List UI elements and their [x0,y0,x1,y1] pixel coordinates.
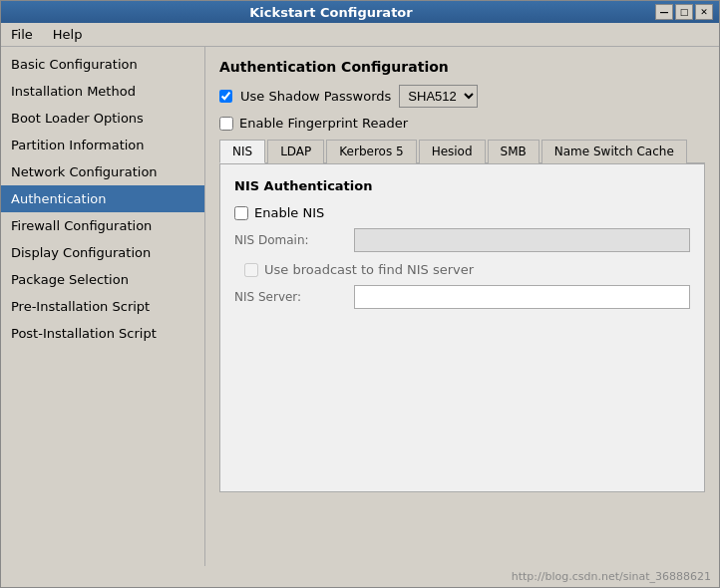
content-area: Authentication Configuration Use Shadow … [205,47,719,566]
sidebar-item-network-configuration[interactable]: Network Configuration [1,158,204,185]
tab-nis[interactable]: NIS [219,140,265,163]
nis-tab-content: NIS Authentication Enable NIS NIS Domain… [219,163,705,492]
sidebar-item-installation-method[interactable]: Installation Method [1,78,204,105]
use-broadcast-row: Use broadcast to find NIS server [244,262,690,277]
use-broadcast-label: Use broadcast to find NIS server [264,262,474,277]
menubar: File Help [1,23,719,47]
minimize-button[interactable]: — [655,4,673,20]
sidebar-item-partition-information[interactable]: Partition Information [1,132,204,158]
main-window: Kickstart Configurator — □ ✕ File Help B… [0,0,720,588]
sidebar-item-basic-configuration[interactable]: Basic Configuration [1,51,204,78]
enable-nis-label: Enable NIS [254,205,324,220]
fingerprint-row: Enable Fingerprint Reader [219,116,705,131]
nis-domain-input[interactable] [354,228,690,252]
fingerprint-label: Enable Fingerprint Reader [239,116,408,131]
sidebar-item-firewall-configuration[interactable]: Firewall Configuration [1,212,204,239]
nis-section-title: NIS Authentication [234,178,690,193]
fingerprint-checkbox[interactable] [219,117,233,131]
close-button[interactable]: ✕ [695,4,713,20]
nis-domain-label: NIS Domain: [234,233,354,247]
nis-server-row: NIS Server: [234,285,690,309]
section-title: Authentication Configuration [219,59,705,75]
shadow-passwords-label: Use Shadow Passwords [240,89,391,104]
nis-domain-row: NIS Domain: [234,228,690,252]
sidebar: Basic Configuration Installation Method … [1,47,205,566]
sha-select[interactable]: SHA512 SHA256 MD5 [399,85,478,108]
enable-nis-checkbox[interactable] [234,206,248,220]
sidebar-item-pre-installation-script[interactable]: Pre-Installation Script [1,293,204,320]
shadow-passwords-checkbox[interactable] [219,90,232,103]
menu-help[interactable]: Help [47,25,89,44]
sidebar-item-display-configuration[interactable]: Display Configuration [1,239,204,266]
sidebar-item-package-selection[interactable]: Package Selection [1,266,204,293]
shadow-passwords-row: Use Shadow Passwords SHA512 SHA256 MD5 [219,85,705,108]
tab-name-switch-cache[interactable]: Name Switch Cache [541,140,687,163]
window-title: Kickstart Configurator [7,5,655,20]
nis-server-label: NIS Server: [234,290,354,304]
main-content: Basic Configuration Installation Method … [1,47,719,566]
tab-smb[interactable]: SMB [488,140,540,163]
use-broadcast-checkbox[interactable] [244,263,258,277]
menu-file[interactable]: File [5,25,39,44]
enable-nis-row: Enable NIS [234,205,690,220]
tabs-bar: NIS LDAP Kerberos 5 Hesiod SMB Name Swit… [219,139,705,163]
sidebar-item-boot-loader-options[interactable]: Boot Loader Options [1,105,204,132]
watermark: http://blog.csdn.net/sinat_36888621 [1,566,719,587]
nis-server-input[interactable] [354,285,690,309]
tab-kerberos5[interactable]: Kerberos 5 [326,140,416,163]
maximize-button[interactable]: □ [675,4,693,20]
tab-hesiod[interactable]: Hesiod [419,140,486,163]
tab-ldap[interactable]: LDAP [267,140,324,163]
sidebar-item-authentication[interactable]: Authentication [1,185,204,212]
window-controls: — □ ✕ [655,4,713,20]
title-bar: Kickstart Configurator — □ ✕ [1,1,719,23]
sidebar-item-post-installation-script[interactable]: Post-Installation Script [1,320,204,347]
